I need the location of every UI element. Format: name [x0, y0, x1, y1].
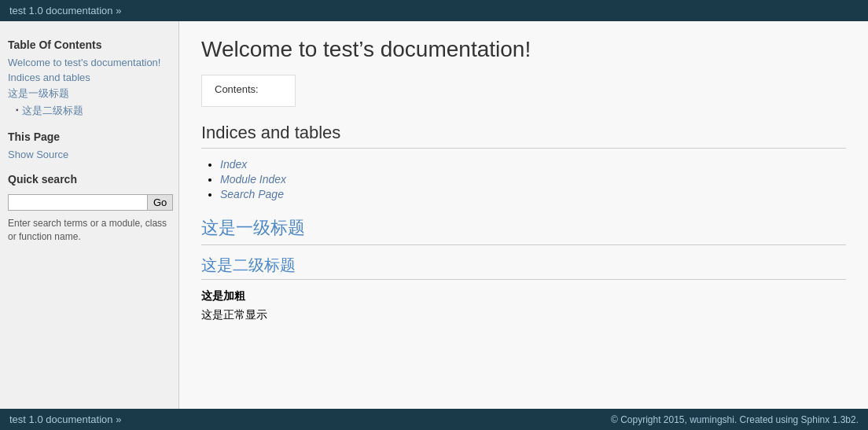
search-hint: Enter search terms or a module, class or…	[8, 217, 171, 244]
top-bar: test 1.0 documentation »	[0, 0, 868, 21]
h2-chinese: 这是二级标题	[201, 255, 846, 280]
show-source-link[interactable]: Show Source	[8, 149, 171, 160]
toc-link-indices[interactable]: Indices and tables	[8, 72, 171, 83]
contents-label: Contents:	[215, 83, 282, 95]
bottom-bar-link[interactable]: test 1.0 documentation »	[9, 413, 121, 425]
index-link[interactable]: Index	[220, 158, 247, 171]
top-bar-link[interactable]: test 1.0 documentation »	[9, 5, 121, 17]
h1-chinese: 这是一级标题	[201, 216, 846, 245]
index-list: Index Module Index Search Page	[201, 158, 846, 200]
layout: Table Of Contents Welcome to test's docu…	[0, 21, 868, 409]
toc-link-h2[interactable]: 这是二级标题	[22, 104, 83, 118]
toc-link-welcome[interactable]: Welcome to test's documentation!	[8, 57, 171, 68]
search-row: Go	[8, 194, 171, 211]
this-page-title: This Page	[8, 130, 171, 143]
bold-text: 这是加粗	[201, 289, 846, 303]
module-index-link[interactable]: Module Index	[220, 173, 286, 186]
toc-title: Table Of Contents	[8, 39, 171, 51]
toc-bullet-h2: 这是二级标题	[16, 104, 171, 118]
bottom-bar: test 1.0 documentation » © Copyright 201…	[0, 409, 868, 430]
sidebar: Table Of Contents Welcome to test's docu…	[0, 21, 179, 409]
list-item: Module Index	[220, 173, 846, 186]
contents-box: Contents:	[201, 75, 296, 107]
search-page-link[interactable]: Search Page	[220, 188, 284, 200]
search-input[interactable]	[8, 194, 148, 211]
copyright: © Copyright 2015, wumingshi. Created usi…	[611, 414, 859, 425]
quick-search-title: Quick search	[8, 173, 171, 186]
list-item: Search Page	[220, 188, 846, 200]
page-title: Welcome to test’s documentation!	[201, 37, 846, 62]
go-button[interactable]: Go	[148, 194, 173, 211]
normal-text: 这是正常显示	[201, 308, 846, 322]
toc-link-h1[interactable]: 这是一级标题	[8, 86, 171, 101]
main-content: Welcome to test’s documentation! Content…	[179, 21, 868, 409]
list-item: Index	[220, 158, 846, 171]
main-area: Welcome to test’s documentation! Content…	[179, 21, 868, 409]
indices-heading: Indices and tables	[201, 123, 846, 149]
